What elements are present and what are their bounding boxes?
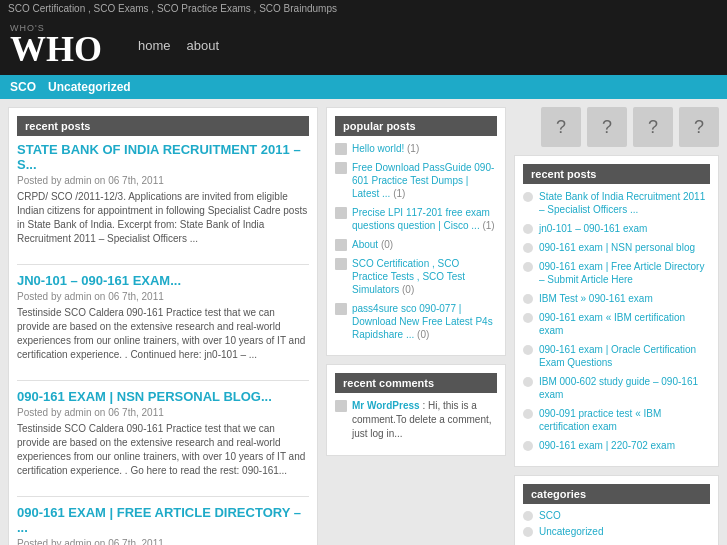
popular-item-1: Free Download PassGuide 090-601 Practice… bbox=[335, 161, 497, 200]
cat-link-1[interactable]: Uncategorized bbox=[539, 526, 603, 537]
right-post-item-5: 090-161 exam « IBM certification exam bbox=[523, 311, 710, 337]
popular-item-2: Precise LPI 117-201 free exam questions … bbox=[335, 206, 497, 232]
popular-count-2: (1) bbox=[482, 220, 494, 231]
popular-link-0[interactable]: Hello world! bbox=[352, 143, 404, 154]
popular-item-0: Hello world! (1) bbox=[335, 142, 497, 155]
cat-item-1: Uncategorized bbox=[523, 526, 710, 537]
recent-posts-header: recent posts bbox=[17, 116, 309, 136]
nav-uncategorized[interactable]: Uncategorized bbox=[48, 80, 131, 94]
cat-bullet-icon bbox=[523, 527, 533, 537]
icon-3[interactable]: ? bbox=[633, 107, 673, 147]
popular-count-0: (1) bbox=[407, 143, 419, 154]
icon-2[interactable]: ? bbox=[587, 107, 627, 147]
post-meta-2: Posted by admin on 06 7th, 2011 bbox=[17, 291, 309, 302]
right-bullet-icon bbox=[523, 313, 533, 323]
bullet-icon bbox=[335, 162, 347, 174]
bullet-icon bbox=[335, 258, 347, 270]
post-excerpt-1: CRPD/ SCO /2011-12/3. Applications are i… bbox=[17, 190, 309, 246]
popular-link-2[interactable]: Precise LPI 117-201 free exam questions … bbox=[352, 207, 490, 231]
nav-about[interactable]: about bbox=[187, 38, 220, 53]
categories-list: SCO Uncategorized bbox=[523, 510, 710, 537]
icon-1[interactable]: ? bbox=[541, 107, 581, 147]
post-item-4: 090-161 EXAM | FREE ARTICLE DIRECTORY – … bbox=[17, 505, 309, 545]
right-recent-posts: recent posts State Bank of India Recruit… bbox=[514, 155, 719, 467]
post-excerpt-3: Testinside SCO Caldera 090-161 Practice … bbox=[17, 422, 309, 478]
right-bullet-icon bbox=[523, 441, 533, 451]
recent-posts-section: recent posts STATE BANK OF INDIA RECRUIT… bbox=[8, 107, 318, 545]
right-post-link-2[interactable]: 090-161 exam | NSN personal blog bbox=[539, 241, 695, 254]
top-bar-links: SCO Certification , SCO Exams , SCO Prac… bbox=[8, 3, 337, 14]
right-recent-header: recent posts bbox=[523, 164, 710, 184]
right-post-link-1[interactable]: jn0-101 – 090-161 exam bbox=[539, 222, 647, 235]
comment-avatar-icon bbox=[335, 400, 347, 412]
comment-item-1: Mr WordPress : Hi, this is a comment.To … bbox=[335, 399, 497, 441]
right-post-link-9[interactable]: 090-161 exam | 220-702 exam bbox=[539, 439, 675, 452]
popular-item-5: pass4sure sco 090-077 | Download New Fre… bbox=[335, 302, 497, 341]
right-post-item-7: IBM 000-602 study guide – 090-161 exam bbox=[523, 375, 710, 401]
middle-column: popular posts Hello world! (1) Free Down… bbox=[326, 107, 506, 545]
recent-comments-section: recent comments Mr WordPress : Hi, this … bbox=[326, 364, 506, 456]
category-nav-bar: SCO Uncategorized bbox=[0, 75, 727, 99]
popular-posts-header: popular posts bbox=[335, 116, 497, 136]
right-categories: categories SCO Uncategorized bbox=[514, 475, 719, 545]
right-post-item-4: IBM Test » 090-161 exam bbox=[523, 292, 710, 305]
icon-4[interactable]: ? bbox=[679, 107, 719, 147]
left-column: recent posts STATE BANK OF INDIA RECRUIT… bbox=[8, 107, 318, 545]
popular-count-5: (0) bbox=[417, 329, 429, 340]
right-bullet-icon bbox=[523, 192, 533, 202]
post-title-4[interactable]: 090-161 EXAM | FREE ARTICLE DIRECTORY – … bbox=[17, 505, 309, 535]
post-meta-3: Posted by admin on 06 7th, 2011 bbox=[17, 407, 309, 418]
right-posts-list: State Bank of India Recruitment 2011 – S… bbox=[523, 190, 710, 452]
right-bullet-icon bbox=[523, 294, 533, 304]
nav-home[interactable]: home bbox=[138, 38, 171, 53]
popular-link-3[interactable]: About bbox=[352, 239, 378, 250]
cat-bullet-icon bbox=[523, 511, 533, 521]
popular-list: Hello world! (1) Free Download PassGuide… bbox=[335, 142, 497, 341]
right-post-item-0: State Bank of India Recruitment 2011 – S… bbox=[523, 190, 710, 216]
right-post-link-4[interactable]: IBM Test » 090-161 exam bbox=[539, 292, 653, 305]
right-post-item-6: 090-161 exam | Oracle Certification Exam… bbox=[523, 343, 710, 369]
comments-header: recent comments bbox=[335, 373, 497, 393]
right-post-item-9: 090-161 exam | 220-702 exam bbox=[523, 439, 710, 452]
categories-header: categories bbox=[523, 484, 710, 504]
right-post-item-8: 090-091 practice test « IBM certificatio… bbox=[523, 407, 710, 433]
main-content: recent posts STATE BANK OF INDIA RECRUIT… bbox=[0, 99, 727, 545]
main-nav: home about bbox=[138, 38, 219, 53]
post-meta-4: Posted by admin on 06 7th, 2011 bbox=[17, 538, 309, 545]
popular-item-4: SCO Certification , SCO Practice Tests ,… bbox=[335, 257, 497, 296]
right-bullet-icon bbox=[523, 262, 533, 272]
right-post-item-1: jn0-101 – 090-161 exam bbox=[523, 222, 710, 235]
right-post-link-0[interactable]: State Bank of India Recruitment 2011 – S… bbox=[539, 190, 710, 216]
right-post-link-7[interactable]: IBM 000-602 study guide – 090-161 exam bbox=[539, 375, 710, 401]
post-excerpt-2: Testinside SCO Caldera 090-161 Practice … bbox=[17, 306, 309, 362]
post-item-1: STATE BANK OF INDIA RECRUITMENT 2011 – S… bbox=[17, 142, 309, 265]
right-post-link-6[interactable]: 090-161 exam | Oracle Certification Exam… bbox=[539, 343, 710, 369]
right-post-link-8[interactable]: 090-091 practice test « IBM certificatio… bbox=[539, 407, 710, 433]
commenter-name[interactable]: Mr WordPress bbox=[352, 400, 420, 411]
right-bullet-icon bbox=[523, 377, 533, 387]
bullet-icon bbox=[335, 143, 347, 155]
right-column: ? ? ? ? recent posts State Bank of India… bbox=[514, 107, 719, 545]
right-post-item-3: 090-161 exam | Free Article Directory – … bbox=[523, 260, 710, 286]
post-item-3: 090-161 EXAM | NSN PERSONAL BLOG... Post… bbox=[17, 389, 309, 497]
popular-count-1: (1) bbox=[393, 188, 405, 199]
right-post-item-2: 090-161 exam | NSN personal blog bbox=[523, 241, 710, 254]
popular-link-1[interactable]: Free Download PassGuide 090-601 Practice… bbox=[352, 162, 494, 199]
right-bullet-icon bbox=[523, 243, 533, 253]
post-title-3[interactable]: 090-161 EXAM | NSN PERSONAL BLOG... bbox=[17, 389, 309, 404]
right-bullet-icon bbox=[523, 224, 533, 234]
right-post-link-5[interactable]: 090-161 exam « IBM certification exam bbox=[539, 311, 710, 337]
bullet-icon bbox=[335, 207, 347, 219]
popular-posts-section: popular posts Hello world! (1) Free Down… bbox=[326, 107, 506, 356]
nav-sco[interactable]: SCO bbox=[10, 80, 36, 94]
post-title-1[interactable]: STATE BANK OF INDIA RECRUITMENT 2011 – S… bbox=[17, 142, 309, 172]
bullet-icon bbox=[335, 303, 347, 315]
post-title-2[interactable]: JN0-101 – 090-161 EXAM... bbox=[17, 273, 309, 288]
post-meta-1: Posted by admin on 06 7th, 2011 bbox=[17, 175, 309, 186]
right-post-link-3[interactable]: 090-161 exam | Free Article Directory – … bbox=[539, 260, 710, 286]
comment-text-1: Mr WordPress : Hi, this is a comment.To … bbox=[352, 399, 497, 441]
right-bullet-icon bbox=[523, 345, 533, 355]
header: who's WHO home about bbox=[0, 17, 727, 75]
cat-link-0[interactable]: SCO bbox=[539, 510, 561, 521]
bullet-icon bbox=[335, 239, 347, 251]
